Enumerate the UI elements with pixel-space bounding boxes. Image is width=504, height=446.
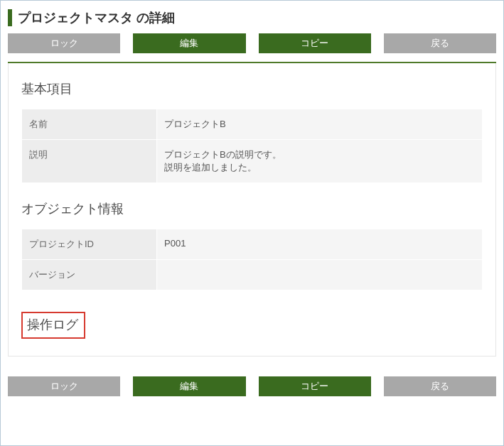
bottom-button-row: ロック 編集 コピー 戻る (8, 376, 496, 396)
page-title: プロジェクトマスタ の詳細 (18, 9, 175, 26)
project-id-label: プロジェクトID (22, 229, 157, 260)
copy-button-bottom[interactable]: コピー (259, 376, 371, 396)
operation-log-highlight: 操作ログ (21, 312, 85, 339)
table-row: バージョン (22, 260, 483, 290)
edit-button-bottom[interactable]: 編集 (133, 376, 245, 396)
project-id-value: P001 (157, 229, 483, 260)
table-row: 名前 プロジェクトB (22, 109, 483, 140)
back-button-bottom[interactable]: 戻る (384, 376, 496, 396)
table-row: プロジェクトID P001 (22, 229, 483, 260)
version-label: バージョン (22, 260, 157, 290)
version-value (157, 260, 483, 290)
table-row: 説明 プロジェクトBの説明です。 説明を追加しました。 (22, 140, 483, 183)
top-button-row: ロック 編集 コピー 戻る (8, 33, 496, 53)
edit-button[interactable]: 編集 (133, 33, 245, 53)
copy-button[interactable]: コピー (259, 33, 371, 53)
object-info-heading: オブジェクト情報 (21, 200, 483, 217)
back-button[interactable]: 戻る (384, 33, 496, 53)
lock-button-bottom[interactable]: ロック (8, 376, 120, 396)
desc-label: 説明 (22, 140, 157, 183)
object-info-table: プロジェクトID P001 バージョン (21, 229, 483, 290)
operation-log-heading: 操作ログ (27, 316, 78, 333)
name-value: プロジェクトB (157, 109, 483, 140)
desc-value: プロジェクトBの説明です。 説明を追加しました。 (157, 140, 483, 183)
name-label: 名前 (22, 109, 157, 140)
basic-section-heading: 基本項目 (21, 80, 483, 97)
title-accent-bar (8, 9, 12, 26)
detail-window: プロジェクトマスタ の詳細 ロック 編集 コピー 戻る 基本項目 名前 プロジェ… (0, 0, 504, 446)
content-panel: 基本項目 名前 プロジェクトB 説明 プロジェクトBの説明です。 説明を追加しま… (8, 63, 496, 357)
basic-table: 名前 プロジェクトB 説明 プロジェクトBの説明です。 説明を追加しました。 (21, 109, 483, 183)
lock-button[interactable]: ロック (8, 33, 120, 53)
page-title-wrap: プロジェクトマスタ の詳細 (8, 9, 496, 26)
